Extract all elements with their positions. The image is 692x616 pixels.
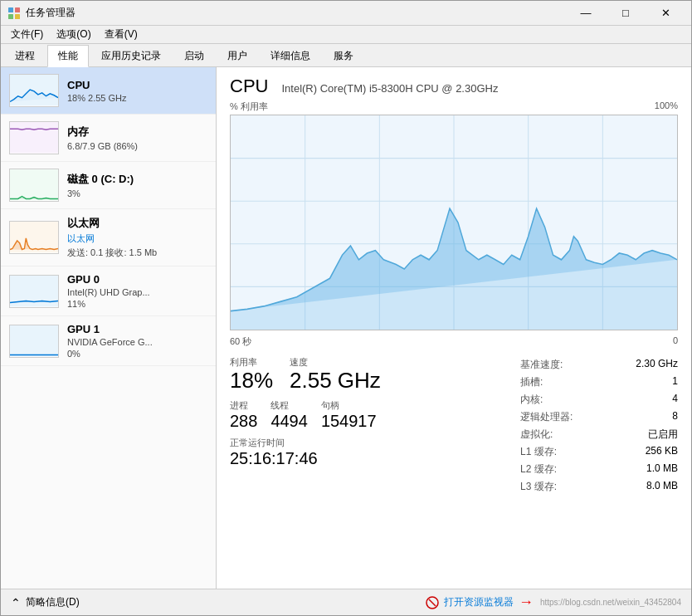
detail-l3: L3 缓存: 8.0 MB xyxy=(520,478,678,496)
svg-rect-5 xyxy=(10,121,58,153)
arrow-right-icon: → xyxy=(519,594,534,611)
uptime-label: 正常运行时间 xyxy=(230,437,487,449)
disk-info: 磁盘 0 (C: D:) 3% xyxy=(67,172,207,198)
svg-rect-3 xyxy=(15,14,20,19)
sidebar-item-memory[interactable]: 内存 6.8/7.9 GB (86%) xyxy=(1,115,216,162)
svg-line-22 xyxy=(429,599,436,606)
menu-file[interactable]: 文件(F) xyxy=(4,26,50,43)
tab-app-history[interactable]: 应用历史记录 xyxy=(90,45,172,66)
processes-label: 进程 xyxy=(230,399,257,412)
monitor-label: 打开资源监视器 xyxy=(444,595,514,609)
ethernet-title: 以太网 xyxy=(67,216,207,231)
window-title: 任务管理器 xyxy=(26,6,76,20)
sidebar-item-cpu[interactable]: CPU 18% 2.55 GHz xyxy=(1,67,216,115)
memory-title: 内存 xyxy=(67,125,207,139)
memory-thumb xyxy=(9,121,59,154)
threads-block: 线程 4494 xyxy=(270,399,308,430)
threads-value: 4494 xyxy=(270,412,308,430)
gpu0-sub1: Intel(R) UHD Grap... xyxy=(67,287,207,297)
gpu1-info: GPU 1 NVIDIA GeForce G... 0% xyxy=(67,323,207,359)
tab-services[interactable]: 服务 xyxy=(323,45,364,66)
details-right: 基准速度: 2.30 GHz 插槽: 1 内核: 4 逻辑处理器: 8 xyxy=(512,356,678,496)
menu-view[interactable]: 查看(V) xyxy=(98,26,144,43)
memory-info: 内存 6.8/7.9 GB (86%) xyxy=(67,125,207,151)
threads-label: 线程 xyxy=(270,399,308,412)
utilization-block: 利用率 18% xyxy=(230,356,273,393)
tab-startup[interactable]: 启动 xyxy=(173,45,215,66)
disk-sub: 3% xyxy=(67,188,207,198)
detail-l2: L2 缓存: 1.0 MB xyxy=(520,461,678,478)
speed-block: 速度 2.55 GHz xyxy=(290,356,381,393)
svg-rect-2 xyxy=(8,14,13,19)
ethernet-thumb xyxy=(9,221,59,254)
utilization-value: 18% xyxy=(230,369,273,393)
primary-stats: 利用率 18% 速度 2.55 GHz xyxy=(230,356,487,393)
title-bar-left: 任务管理器 xyxy=(7,6,76,20)
open-monitor-btn[interactable]: 打开资源监视器 → xyxy=(426,594,534,611)
main-window: 任务管理器 — □ ✕ 文件(F) 选项(O) 查看(V) 进程 性能 应用历史… xyxy=(0,0,692,616)
maximize-button[interactable]: □ xyxy=(607,1,645,26)
disk-thumb xyxy=(9,169,59,202)
gpu0-sub2: 11% xyxy=(67,299,207,309)
sidebar-item-gpu0[interactable]: GPU 0 Intel(R) UHD Grap... 11% xyxy=(1,266,216,316)
tab-processes[interactable]: 进程 xyxy=(4,45,46,66)
sidebar-item-gpu1[interactable]: GPU 1 NVIDIA GeForce G... 0% xyxy=(1,316,216,366)
svg-rect-9 xyxy=(10,325,58,356)
chart-label-left: % 利用率 xyxy=(230,100,268,113)
gpu0-title: GPU 0 xyxy=(67,273,207,286)
ethernet-info: 以太网 以太网 发送: 0.1 接收: 1.5 Mb xyxy=(67,216,207,259)
cpu-sub: 18% 2.55 GHz xyxy=(67,93,207,103)
svg-rect-0 xyxy=(8,7,13,12)
sidebar-item-disk[interactable]: 磁盘 0 (C: D:) 3% xyxy=(1,162,216,209)
app-icon xyxy=(7,7,21,20)
detail-sockets: 插槽: 1 xyxy=(520,374,678,391)
chevron-up-icon: ⌃ xyxy=(11,596,21,609)
detail-base-speed: 基准速度: 2.30 GHz xyxy=(520,356,678,374)
svg-rect-6 xyxy=(10,169,58,200)
chart-time-right: 0 xyxy=(673,335,678,348)
stats-left: 利用率 18% 速度 2.55 GHz 进程 288 xyxy=(230,356,487,467)
gpu1-title: GPU 1 xyxy=(67,323,207,335)
menu-options[interactable]: 选项(O) xyxy=(50,26,97,43)
sidebar-item-ethernet[interactable]: 以太网 以太网 发送: 0.1 接收: 1.5 Mb xyxy=(1,209,216,266)
cpu-chart xyxy=(230,115,678,330)
handles-label: 句柄 xyxy=(321,399,377,412)
gpu0-info: GPU 0 Intel(R) UHD Grap... 11% xyxy=(67,273,207,309)
svg-rect-1 xyxy=(15,7,20,12)
gpu1-sub1: NVIDIA GeForce G... xyxy=(67,337,207,347)
speed-label: 速度 xyxy=(290,356,381,369)
cpu-info: CPU 18% 2.55 GHz xyxy=(67,79,207,103)
chart-time-left: 60 秒 xyxy=(230,335,251,348)
panel-header: CPU Intel(R) Core(TM) i5-8300H CPU @ 2.3… xyxy=(230,76,678,97)
gpu0-thumb xyxy=(9,275,59,308)
memory-sub: 6.8/7.9 GB (86%) xyxy=(67,141,207,151)
detail-l1: L1 缓存: 256 KB xyxy=(520,443,678,461)
handles-value: 154917 xyxy=(321,412,377,430)
close-button[interactable]: ✕ xyxy=(646,1,685,26)
tab-users[interactable]: 用户 xyxy=(217,45,258,66)
watermark: https://blog.csdn.net/weixin_43452804 xyxy=(540,598,681,607)
title-bar: 任务管理器 — □ ✕ xyxy=(1,1,691,26)
speed-value: 2.55 GHz xyxy=(290,369,381,393)
utilization-label: 利用率 xyxy=(230,356,273,369)
chart-label-right: 100% xyxy=(655,100,678,113)
chart-time-row: 60 秒 0 xyxy=(230,335,678,348)
tab-details[interactable]: 详细信息 xyxy=(260,45,321,66)
panel-subtitle: Intel(R) Core(TM) i5-8300H CPU @ 2.30GHz xyxy=(281,82,498,95)
summary-label: 简略信息(D) xyxy=(26,595,80,609)
panel-title: CPU xyxy=(230,76,268,97)
processes-value: 288 xyxy=(230,412,257,430)
minimize-button[interactable]: — xyxy=(567,1,605,26)
detail-cores: 内核: 4 xyxy=(520,391,678,408)
gpu1-sub2: 0% xyxy=(67,349,207,359)
menu-bar: 文件(F) 选项(O) 查看(V) xyxy=(1,26,691,44)
ethernet-sub1: 以太网 xyxy=(67,232,207,245)
summary-toggle[interactable]: ⌃ 简略信息(D) xyxy=(11,595,80,609)
cpu-thumb xyxy=(9,74,59,107)
tab-bar: 进程 性能 应用历史记录 启动 用户 详细信息 服务 xyxy=(1,44,691,67)
stats-area: 利用率 18% 速度 2.55 GHz 进程 288 xyxy=(230,356,678,496)
chart-label-row: % 利用率 100% xyxy=(230,100,678,113)
tab-performance[interactable]: 性能 xyxy=(47,45,89,67)
secondary-stats: 进程 288 线程 4494 句柄 154917 xyxy=(230,399,487,430)
monitor-icon xyxy=(426,596,439,609)
